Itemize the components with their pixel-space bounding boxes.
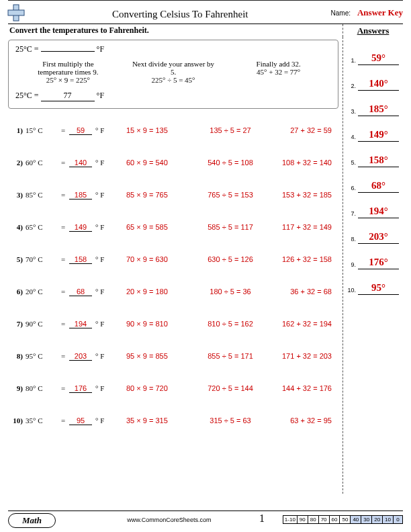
header: Converting Celsius To Fahrenheit Name: A… [0,1,411,24]
example-top-blank [41,51,95,52]
answer-row: 8.203° [343,220,403,245]
problems-column: 25°C = °F First multiply the temperature… [8,37,342,494]
problem-number: 9) [8,384,26,392]
answer-row: 3.185° [343,92,403,118]
problem-row: 9)80° C=176° F80 × 9 = 720720 ÷ 5 = 1441… [8,372,338,404]
score-cell: 90 [298,515,308,524]
example-bot-celsius: 25°C = [15,91,39,100]
work-add: 126 + 32 = 158 [266,255,334,263]
answer-number: 5. [347,159,358,167]
equals-label: = [59,287,67,296]
answer-value: 194° [358,206,399,218]
problem-work: 90 × 9 = 810810 ÷ 5 = 162162 + 32 = 194 [114,320,338,328]
answer-value: 203° [358,231,399,244]
problem-number: 4) [8,223,26,231]
score-cell: 60 [330,515,340,524]
answer-value: 68° [358,180,399,193]
equals-label: = [59,126,67,134]
work-multiply: 70 × 9 = 630 [126,255,195,263]
score-range-label: 1-10 [283,515,298,524]
problem-work: 70 × 9 = 630630 ÷ 5 = 126126 + 32 = 158 [114,255,338,263]
problem-answer-value: 149 [75,223,87,231]
problem-answer-value: 176 [75,384,87,392]
work-multiply: 15 × 9 = 135 [126,126,195,134]
name-field: Name: Answer Key [331,7,403,18]
work-multiply: 65 × 9 = 585 [126,223,195,231]
unit-fahrenheit: ° F [94,320,114,328]
logo [3,3,30,22]
answer-value: 59° [358,52,399,65]
problem-work: 85 × 9 = 765765 ÷ 5 = 153153 + 32 = 185 [114,191,338,199]
example-step-multiply: First multiply the temperature times 9. … [15,60,121,84]
page-number: 1 [259,513,265,525]
answer-number: 4. [347,134,358,142]
problem-number: 5) [8,255,26,263]
problem-work: 80 × 9 = 720720 ÷ 5 = 144144 + 32 = 176 [114,384,338,392]
example-bot-unit: °F [97,91,104,100]
work-multiply: 95 × 9 = 855 [126,352,195,360]
answer-row: 1.59° [343,41,403,66]
answers-column: 1.59°2.140°3.185°4.149°5.158°6.68°7.194°… [342,37,403,494]
problem-answer-value: 158 [75,255,87,263]
answer-number: 2. [347,83,358,91]
answer-value: 176° [358,257,399,269]
answer-number: 3. [347,108,358,116]
answer-row: 4.149° [343,118,403,143]
work-divide: 720 ÷ 5 = 144 [196,384,265,392]
equals-label: = [59,223,67,231]
work-add: 162 + 32 = 194 [266,320,334,328]
problem-number: 8) [8,352,26,360]
score-grid: 1-109080706050403020100 [283,515,403,524]
problems-list: 1)15° C=59° F15 × 9 = 135135 ÷ 5 = 2727 … [8,114,338,437]
example-top: 25°C = °F [15,44,331,54]
instruction-row: Convert the temperatures to Fahrenheit. … [0,24,411,37]
work-add: 117 + 32 = 149 [266,223,334,231]
problem-answer-value: 140 [75,159,87,167]
unit-fahrenheit: ° F [94,191,114,199]
work-add: 27 + 32 = 59 [266,126,334,134]
problem-answer-value: 194 [75,320,87,328]
problem-answer-value: 95 [77,416,85,425]
problem-row: 6)20° C=68° F20 × 9 = 180180 ÷ 5 = 3636 … [8,275,338,308]
problem-celsius: 15° C [26,126,59,134]
page-title: Converting Celsius To Fahrenheit [30,6,331,20]
problem-celsius: 95° C [26,352,59,360]
work-divide: 765 ÷ 5 = 153 [196,191,265,199]
answer-key-stamp: Answer Key [357,7,403,18]
problem-answer-slot: 176 [67,384,94,393]
problem-celsius: 65° C [26,223,59,231]
answer-value: 140° [358,78,399,91]
problem-row: 2)60° C=140° F60 × 9 = 540540 ÷ 5 = 1081… [8,146,338,179]
problem-row: 4)65° C=149° F65 × 9 = 585585 ÷ 5 = 1171… [8,211,338,243]
example-step-add: Finally add 32. 45° + 32 = 77° [226,60,331,84]
work-divide: 135 ÷ 5 = 27 [196,126,265,134]
step2-line3: 225° ÷ 5 = 45° [125,76,222,84]
work-divide: 585 ÷ 5 = 117 [196,223,265,231]
work-add: 171 + 32 = 203 [266,352,334,360]
problem-number: 2) [8,159,26,167]
equals-label: = [59,352,67,360]
answers-heading: Answers [342,24,403,37]
unit-fahrenheit: ° F [94,223,114,231]
score-cell: 80 [308,515,319,524]
problem-work: 60 × 9 = 540540 ÷ 5 = 108108 + 32 = 140 [114,159,338,167]
example-bot-fill: 77 [41,91,95,101]
problem-answer-slot: 185 [67,191,94,200]
equals-label: = [59,320,67,328]
problem-answer-value: 203 [75,352,87,360]
answer-number: 6. [347,185,358,193]
plus-icon [7,3,26,22]
work-multiply: 20 × 9 = 180 [126,287,195,296]
score-cell: 70 [319,515,330,524]
work-add: 36 + 32 = 68 [266,287,334,296]
step2-line1: Next divide your answer by [125,60,222,68]
problem-celsius: 60° C [26,159,59,167]
answer-value: 158° [358,154,399,167]
step1-line3: 25° × 9 = 225° [19,76,117,84]
work-multiply: 80 × 9 = 720 [126,384,195,392]
score-cell: 10 [383,515,394,524]
work-add: 63 + 32 = 95 [266,416,334,425]
problem-answer-slot: 95 [67,416,94,425]
example-steps: First multiply the temperature times 9. … [15,60,331,84]
step1-line2: temperature times 9. [19,68,117,76]
